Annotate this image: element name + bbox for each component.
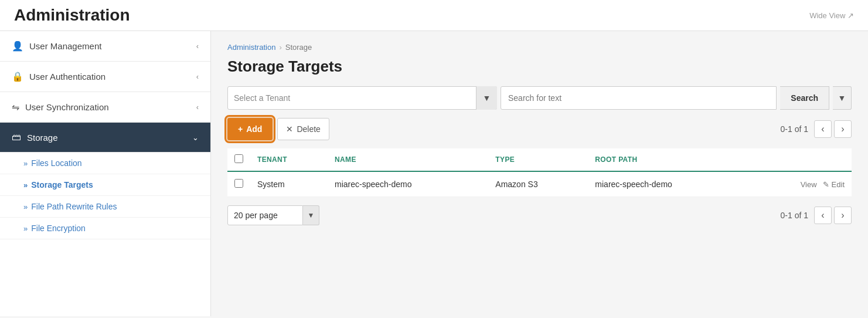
action-buttons: + Add ✕ Delete bbox=[227, 118, 329, 140]
chevron-down-icon: ⌄ bbox=[192, 133, 199, 142]
action-row: + Add ✕ Delete 0-1 of 1 ‹ › bbox=[227, 118, 852, 140]
breadcrumb-separator: › bbox=[279, 43, 281, 52]
tenant-select[interactable]: Select a Tenant bbox=[227, 86, 497, 110]
sidebar-item-storage[interactable]: 🗃 Storage ⌄ bbox=[0, 123, 210, 153]
sidebar-item-label: User Management bbox=[29, 41, 101, 51]
td-tenant: System bbox=[250, 171, 328, 197]
sidebar-item-label: Storage bbox=[27, 133, 58, 143]
sidebar-item-user-authentication[interactable]: 🔒 User Authentication ‹ bbox=[0, 62, 210, 92]
next-page-button-top[interactable]: › bbox=[834, 120, 852, 138]
plus-icon: + bbox=[238, 124, 243, 134]
page-info-top: 0-1 of 1 bbox=[781, 124, 808, 134]
user-management-icon: 👤 bbox=[12, 40, 23, 52]
bottom-pagination: 0-1 of 1 ‹ › bbox=[781, 207, 852, 224]
sidebar-subitem-storage-targets[interactable]: » Storage Targets bbox=[0, 174, 210, 196]
section-title: Storage Targets bbox=[227, 57, 852, 76]
prev-page-button-top[interactable]: ‹ bbox=[814, 120, 832, 138]
td-root-path: miarec-speech-demo bbox=[588, 171, 748, 197]
edit-link[interactable]: ✎ Edit bbox=[823, 180, 845, 189]
chevron-icon: ‹ bbox=[196, 103, 199, 111]
main-content: Administration › Storage Storage Targets… bbox=[211, 31, 868, 316]
sidebar-item-user-synchronization[interactable]: ⇋ User Synchronization ‹ bbox=[0, 92, 210, 123]
sidebar-item-label: User Authentication bbox=[29, 72, 105, 82]
sidebar-subitems: » Files Location » Storage Targets » Fil… bbox=[0, 153, 210, 239]
times-icon: ✕ bbox=[286, 124, 293, 134]
th-actions bbox=[749, 148, 852, 171]
storage-icon: 🗃 bbox=[12, 132, 21, 143]
td-row-actions: View ✎ Edit bbox=[749, 171, 852, 197]
th-type: TYPE bbox=[488, 148, 588, 171]
bottom-bar: 20 per page 50 per page 100 per page ▼ 0… bbox=[227, 205, 852, 225]
arrow-icon: » bbox=[23, 202, 28, 211]
filters-row: Select a Tenant ▼ Search ▼ bbox=[227, 86, 852, 110]
breadcrumb: Administration › Storage bbox=[227, 43, 852, 52]
table-row: System miarec-speech-demo Amazon S3 miar… bbox=[227, 171, 852, 197]
sidebar: 👤 User Management ‹ 🔒 User Authenticatio… bbox=[0, 31, 211, 316]
delete-button[interactable]: ✕ Delete bbox=[277, 118, 329, 140]
view-link[interactable]: View bbox=[801, 180, 817, 189]
top-pagination: 0-1 of 1 ‹ › bbox=[781, 120, 852, 138]
search-input[interactable] bbox=[501, 86, 777, 110]
page-info-bottom: 0-1 of 1 bbox=[781, 211, 808, 220]
sidebar-item-user-management[interactable]: 👤 User Management ‹ bbox=[0, 31, 210, 62]
sidebar-subitem-files-location[interactable]: » Files Location bbox=[0, 153, 210, 174]
th-root-path: ROOT PATH bbox=[588, 148, 748, 171]
per-page-wrapper: 20 per page 50 per page 100 per page ▼ bbox=[227, 205, 319, 225]
search-dropdown-arrow-icon[interactable]: ▼ bbox=[833, 86, 852, 110]
delete-label: Delete bbox=[297, 124, 320, 134]
td-checkbox bbox=[227, 171, 250, 197]
add-button[interactable]: + Add bbox=[227, 118, 273, 140]
sidebar-subitem-file-encryption[interactable]: » File Encryption bbox=[0, 218, 210, 239]
td-type: Amazon S3 bbox=[488, 171, 588, 197]
td-name: miarec-speech-demo bbox=[328, 171, 488, 197]
tenant-select-wrapper: Select a Tenant ▼ bbox=[227, 86, 497, 110]
sidebar-subitem-file-path-rewrite-rules[interactable]: » File Path Rewrite Rules bbox=[0, 196, 210, 218]
wide-view-button[interactable]: Wide View ↗ bbox=[809, 11, 854, 20]
per-page-select[interactable]: 20 per page 50 per page 100 per page bbox=[227, 205, 303, 225]
arrow-icon: » bbox=[23, 159, 28, 168]
prev-page-button-bottom[interactable]: ‹ bbox=[814, 207, 832, 224]
search-button[interactable]: Search bbox=[780, 86, 829, 110]
arrow-icon: » bbox=[23, 224, 28, 233]
chevron-icon: ‹ bbox=[196, 42, 199, 50]
user-authentication-icon: 🔒 bbox=[12, 71, 23, 82]
chevron-icon: ‹ bbox=[196, 72, 199, 81]
select-all-checkbox[interactable] bbox=[234, 154, 243, 163]
add-label: Add bbox=[246, 124, 262, 134]
page-title: Administration bbox=[14, 6, 130, 25]
th-checkbox bbox=[227, 148, 250, 171]
th-name: NAME bbox=[328, 148, 488, 171]
next-page-button-bottom[interactable]: › bbox=[834, 207, 852, 224]
user-sync-icon: ⇋ bbox=[12, 102, 19, 113]
breadcrumb-admin[interactable]: Administration bbox=[227, 43, 275, 52]
row-checkbox[interactable] bbox=[234, 179, 243, 188]
per-page-dropdown-arrow-icon[interactable]: ▼ bbox=[303, 205, 319, 225]
storage-targets-table: TENANT NAME TYPE ROOT PATH System miarec… bbox=[227, 148, 852, 197]
sidebar-item-label: User Synchronization bbox=[25, 102, 109, 112]
edit-icon: ✎ bbox=[823, 180, 829, 189]
th-tenant: TENANT bbox=[250, 148, 328, 171]
arrow-icon: » bbox=[23, 181, 28, 190]
breadcrumb-storage: Storage bbox=[285, 43, 312, 52]
